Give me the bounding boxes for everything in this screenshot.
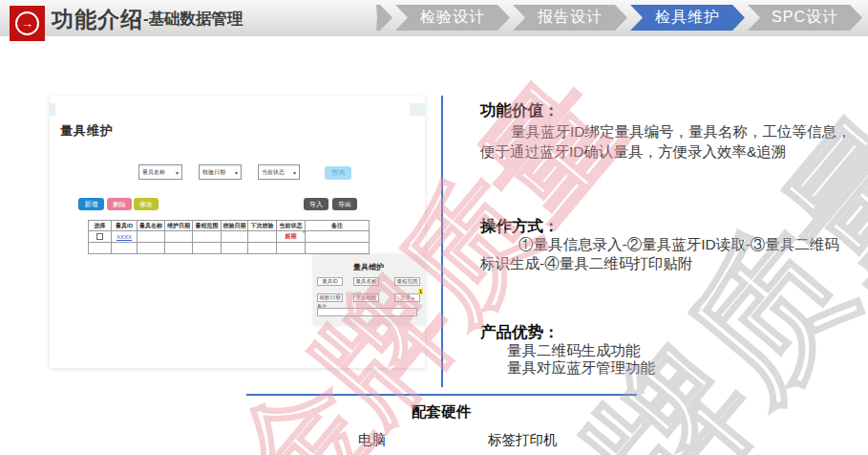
section-heading-advantage: 产品优势： — [480, 322, 560, 343]
section-line: 便于通过蓝牙ID确认量具，方便录入效率&追溯 — [480, 142, 786, 162]
page-title-sub: -基础数据管理 — [143, 9, 243, 30]
column-header-select: 选择 — [89, 221, 112, 231]
chevron-down-icon: ▾ — [293, 169, 296, 176]
export-button[interactable]: 导出 — [332, 198, 357, 210]
section-line: 量具蓝牙ID绑定量具编号，量具名称，工位等信息， — [480, 122, 852, 142]
brand-logo: → — [10, 6, 45, 41]
page-title: 功能介绍 -基础数据管理 — [52, 3, 243, 35]
card-top-strip-right — [410, 103, 425, 116]
table-row: XXXX 超期 2 — [89, 231, 370, 243]
select-value: 量具名称 — [142, 168, 165, 177]
gauge-maintenance-dialog: 量具维护 量具ID 量具名称 量程范围 校验日期 下次校验 正常 ▾ 1 备注 — [313, 254, 424, 325]
gauge-table: 选择 量具ID 量具名称 维护日期 量程范围 校验日期 下次校验 当前状态 备注… — [88, 220, 370, 254]
section-line: 量具对应蓝牙管理功能 — [480, 358, 655, 379]
vertical-divider — [441, 96, 443, 387]
module-tabs: 检验设计 报告设计 检具维护 SPC设计 — [395, 5, 862, 31]
select-value: 校验日期 — [202, 168, 225, 177]
filter-calibration-date-select[interactable]: 校验日期 ▾ — [199, 164, 242, 180]
table-header-row: 选择 量具ID 量具名称 维护日期 量程范围 校验日期 下次校验 当前状态 备注 — [89, 221, 370, 231]
status-overdue-text: 超期 — [286, 233, 297, 239]
dialog-field-gauge-id[interactable]: 量具ID — [317, 277, 343, 286]
delete-button[interactable]: 删除 — [107, 198, 132, 210]
tab-label: 报告设计 — [538, 8, 603, 28]
section-line: ①量具信息录入-②量具蓝牙ID读取-③量具二维码 — [480, 235, 839, 255]
dialog-title: 量具维护 — [313, 262, 424, 272]
tab-report-design[interactable]: 报告设计 — [513, 5, 627, 31]
dialog-field-next-calibration[interactable]: 下次校验 — [353, 293, 379, 302]
footer-item-label-printer: 标签打印机 — [488, 431, 558, 449]
chevron-down-icon: ▾ — [235, 169, 238, 176]
column-header-remark: 备注 — [306, 221, 370, 231]
tab-spc-design[interactable]: SPC设计 — [748, 5, 862, 31]
footer-item-computer: 电脑 — [358, 431, 386, 449]
column-header-calibration-date: 校验日期 — [222, 221, 248, 231]
table-row — [89, 243, 370, 254]
tab-gauge-maintenance[interactable]: 检具维护 — [630, 5, 745, 31]
filter-current-status-select[interactable]: 当前状态 ▾ — [258, 164, 300, 180]
tab-label: SPC设计 — [772, 8, 838, 28]
circle-arrow-icon: → — [15, 11, 39, 35]
horizontal-divider — [246, 394, 637, 396]
cell-current-status: 超期 2 — [277, 231, 306, 243]
gauge-id-link[interactable]: XXXX — [116, 234, 132, 240]
cell-select — [89, 231, 112, 243]
section-heading-value: 功能价值： — [480, 100, 560, 121]
section-line: 标识生成-④量具二维码打印贴附 — [480, 254, 692, 274]
column-header-range: 量程范围 — [193, 221, 222, 231]
chevron-down-icon: ▾ — [176, 169, 179, 176]
row-checkbox[interactable] — [96, 233, 103, 240]
column-header-next-calibration: 下次校验 — [248, 221, 277, 231]
column-header-current-status: 当前状态 — [277, 221, 306, 231]
section-heading-operation: 操作方式： — [480, 216, 560, 237]
remark-input[interactable] — [317, 308, 417, 316]
query-button[interactable]: 查询 — [325, 166, 351, 180]
dialog-field-gauge-name[interactable]: 量具名称 — [353, 277, 379, 286]
select-value: 正常 — [400, 294, 411, 301]
software-screenshot-card: 量具维护 量具名称 ▾ 校验日期 ▾ 当前状态 ▾ 查询 新增 删除 修改 导入… — [50, 96, 425, 368]
mockup-page-title: 量具维护 — [60, 122, 114, 140]
tab-label: 检具维护 — [655, 8, 720, 28]
column-header-gauge-name: 量具名称 — [138, 221, 165, 231]
column-header-maintenance-date: 维护日期 — [165, 221, 193, 231]
select-value: 当前状态 — [262, 168, 285, 177]
column-header-gauge-id: 量具ID — [112, 221, 138, 231]
tab-label: 检验设计 — [420, 8, 485, 28]
dialog-field-calibration-date[interactable]: 校验日期 — [317, 293, 343, 302]
dialog-status-select[interactable]: 正常 ▾ 1 — [394, 293, 420, 302]
import-button[interactable]: 导入 — [304, 198, 328, 210]
tab-inspection-design[interactable]: 检验设计 — [395, 5, 510, 31]
footer-heading: 配套硬件 — [346, 402, 537, 422]
filter-gauge-name-select[interactable]: 量具名称 ▾ — [138, 164, 182, 180]
page-title-main: 功能介绍 — [52, 5, 143, 34]
dialog-field-range[interactable]: 量程范围 — [394, 277, 420, 286]
add-button[interactable]: 新增 — [78, 198, 104, 210]
card-top-strip-left — [50, 103, 55, 116]
edit-button[interactable]: 修改 — [134, 198, 159, 210]
cell-gauge-id: XXXX — [112, 231, 138, 243]
callout-badge-1: 1 — [418, 289, 423, 294]
chevron-down-icon: ▾ — [412, 295, 414, 301]
